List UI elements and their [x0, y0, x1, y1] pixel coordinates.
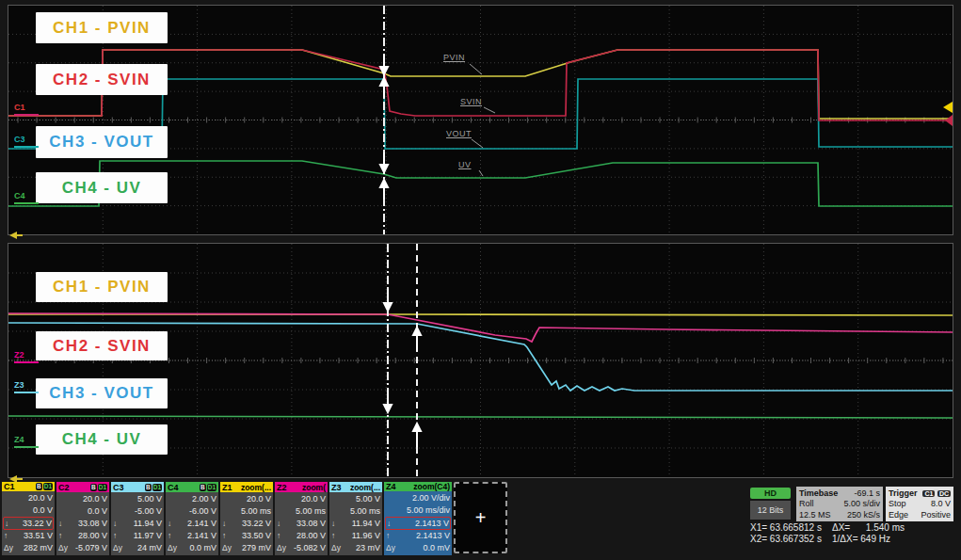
- delta-y-icon: Δy: [4, 543, 13, 552]
- cursor-min-icon: ↓: [387, 519, 391, 528]
- bandwidth-badge: B: [200, 484, 206, 491]
- cursor-min-icon: ↓: [5, 519, 8, 528]
- cursor-min-icon: ↓: [222, 519, 226, 528]
- trace-label-ch1-pvin: CH1 - PVIN: [36, 272, 168, 302]
- descriptor-id: Z1: [222, 483, 232, 492]
- timebase-mode: Roll: [799, 499, 814, 508]
- hd-mode-badge[interactable]: HD: [750, 488, 791, 499]
- channel-descriptor-c1[interactable]: C1 B D1 20.0 V 0.0 V ↓33.22 V ↑33.51 V Δ…: [2, 482, 55, 555]
- delta-y-icon: Δy: [331, 543, 341, 552]
- channel-descriptor-c3[interactable]: C3 B D1 5.00 V -5.00 V ↓11.94 V ↑11.97 V…: [111, 482, 164, 555]
- cursor-max-icon: ↑: [168, 531, 171, 540]
- cursor-max-icon: ↑: [386, 531, 390, 540]
- cursor-max-icon: ↑: [113, 531, 117, 540]
- zoom-descriptor-z1[interactable]: Z1 zoom(... 20.0 V 5.00 ms ↓33.22 V ↑33.…: [220, 482, 273, 555]
- cursor-min-icon: ↓: [277, 519, 280, 528]
- cursor-x1-readout: X1= 63.665812 s: [750, 522, 822, 533]
- trace-label-ch3-vout: CH3 - VOUT: [36, 378, 168, 408]
- zoom-descriptor-z3[interactable]: Z3 zoom(... 5.00 V 5.00 ms ↓11.94 V ↑11.…: [329, 482, 382, 555]
- channel-descriptor-c4[interactable]: C4 B D1 2.00 V -6.00 V ↓2.141 V ↑2.141 V…: [166, 482, 218, 555]
- cursor-min-icon: ↓: [113, 519, 117, 528]
- trace-label-ch1-pvin: CH1 - PVIN: [36, 12, 168, 43]
- trigger-coupling-badge: DC: [937, 490, 951, 497]
- zoom-waveform-panel[interactable]: CH1 - PVIN CH2 - SVIN CH3 - VOUT CH4 - U…: [8, 243, 953, 478]
- oscilloscope-screen: CH1 - PVIN CH2 - SVIN CH3 - VOUT CH4 - U…: [0, 0, 961, 560]
- trace-label-ch2-svin: CH2 - SVIN: [36, 331, 168, 360]
- trigger-level: 8.0 V: [931, 499, 951, 508]
- delta-y-icon: Δy: [168, 543, 177, 552]
- digital-badge: D1: [207, 484, 216, 491]
- digital-badge: D1: [43, 483, 53, 490]
- channel-offset-marker-c1[interactable]: C1: [14, 104, 39, 116]
- descriptor-row: C1 B D1 20.0 V 0.0 V ↓33.22 V ↑33.51 V Δ…: [2, 482, 507, 555]
- cursor-max-icon: ↑: [58, 531, 62, 540]
- trace-Z4-UV: [8, 416, 953, 418]
- zoom-descriptor-z4-selected[interactable]: Z4 zoom(C4) 2.00 V/div 5.00 ms/div ↓2.14…: [384, 482, 452, 555]
- cursor-max-icon: ↑: [277, 531, 280, 540]
- cursor-min-icon: ↓: [58, 519, 62, 528]
- zoom-offset-marker-z4[interactable]: Z4: [14, 436, 39, 448]
- cursor-max-icon: ↑: [331, 531, 335, 540]
- c2-trace-edge-marker: [945, 115, 953, 126]
- timebase-box[interactable]: Timebase-69.1 s Roll5.00 s/div 12.5 MS25…: [796, 487, 883, 521]
- cursor-dx-readout: ΔX= 1.540 ms: [832, 522, 905, 533]
- descriptor-id: Z4: [386, 482, 396, 491]
- main-waveform-panel[interactable]: CH1 - PVIN CH2 - SVIN CH3 - VOUT CH4 - U…: [8, 5, 953, 235]
- trace-label-ch3-vout: CH3 - VOUT: [36, 126, 168, 158]
- cursor-invdx-readout: 1/ΔX= 649 Hz: [832, 534, 890, 544]
- descriptor-id: Z3: [331, 483, 342, 492]
- vertical-scale: 20.0 V: [28, 493, 53, 503]
- digital-badge: D1: [152, 484, 162, 491]
- delta-y-icon: Δy: [113, 543, 122, 552]
- delta-y-icon: Δy: [222, 543, 232, 552]
- zoom-offset-marker-z3[interactable]: Z3: [14, 381, 39, 393]
- cursor-min-icon: ↓: [168, 519, 171, 528]
- descriptor-id: C2: [58, 483, 70, 492]
- cursor-max-icon: ↑: [4, 531, 8, 540]
- trigger-position-offscreen-arrow-top: [9, 232, 17, 239]
- cursor-x2-readout: X2= 63.667352 s: [750, 534, 822, 544]
- timebase-rate: 250 kS/s: [847, 510, 880, 520]
- plus-icon: +: [475, 507, 487, 529]
- vertical-offset: 0.0 V: [33, 505, 53, 515]
- bandwidth-badge: B: [145, 484, 152, 491]
- descriptor-id: C1: [4, 482, 15, 491]
- zoom-descriptor-z2[interactable]: Z2 zoom( 20.0 V 5.00 ms ↓33.08 V ↑28.00 …: [275, 482, 328, 555]
- trace-label-ch4-uv: CH4 - UV: [36, 424, 168, 455]
- trigger-source-badge: C1: [922, 490, 935, 497]
- cursor-min-icon: ↓: [331, 519, 335, 528]
- timebase-title: Timebase: [799, 488, 838, 498]
- timebase-scale: 5.00 s/div: [843, 499, 880, 508]
- channel-offset-marker-c3[interactable]: C3: [14, 136, 39, 148]
- annotation-svin: SVIN: [460, 97, 482, 106]
- timebase-samples: 12.5 MS: [799, 510, 831, 520]
- trigger-title: Trigger: [889, 488, 918, 498]
- delta-y-icon: Δy: [386, 543, 395, 552]
- descriptor-id: Z2: [277, 483, 287, 492]
- descriptor-id: C3: [113, 483, 124, 492]
- trace-label-ch2-svin: CH2 - SVIN: [36, 64, 168, 95]
- zoom-offset-marker-z2[interactable]: Z2: [14, 351, 39, 363]
- annotation-pvin: PVIN: [443, 53, 465, 62]
- cursor-max-icon: ↑: [222, 531, 226, 540]
- trace-label-ch4-uv: CH4 - UV: [36, 172, 168, 203]
- digital-badge: D1: [98, 484, 107, 491]
- trigger-slope: Positive: [921, 510, 951, 520]
- trigger-type: Edge: [889, 510, 908, 520]
- trigger-mode: Stop: [889, 499, 906, 508]
- delta-y-icon: Δy: [58, 543, 68, 552]
- add-trace-button[interactable]: +: [454, 482, 507, 553]
- delta-y-icon: Δy: [277, 543, 286, 552]
- annotation-uv: UV: [458, 160, 472, 169]
- resolution-bits-box: 12 Bits: [750, 501, 791, 520]
- bandwidth-badge: B: [90, 484, 97, 491]
- channel-descriptor-c2[interactable]: C2 B D1 20.0 V 0.0 V ↓33.08 V ↑28.00 V Δ…: [56, 482, 109, 555]
- bandwidth-badge: B: [36, 483, 42, 490]
- channel-offset-marker-c4[interactable]: C4: [14, 192, 39, 204]
- descriptor-id: C4: [168, 483, 179, 492]
- cursor-marker-arrows: [384, 289, 421, 447]
- timebase-offset: -69.1 s: [854, 488, 880, 498]
- trigger-level-marker[interactable]: [943, 102, 953, 113]
- trigger-box[interactable]: Trigger C1 DC Stop8.0 V EdgePositive: [886, 487, 953, 521]
- annotation-vout: VOUT: [446, 129, 472, 138]
